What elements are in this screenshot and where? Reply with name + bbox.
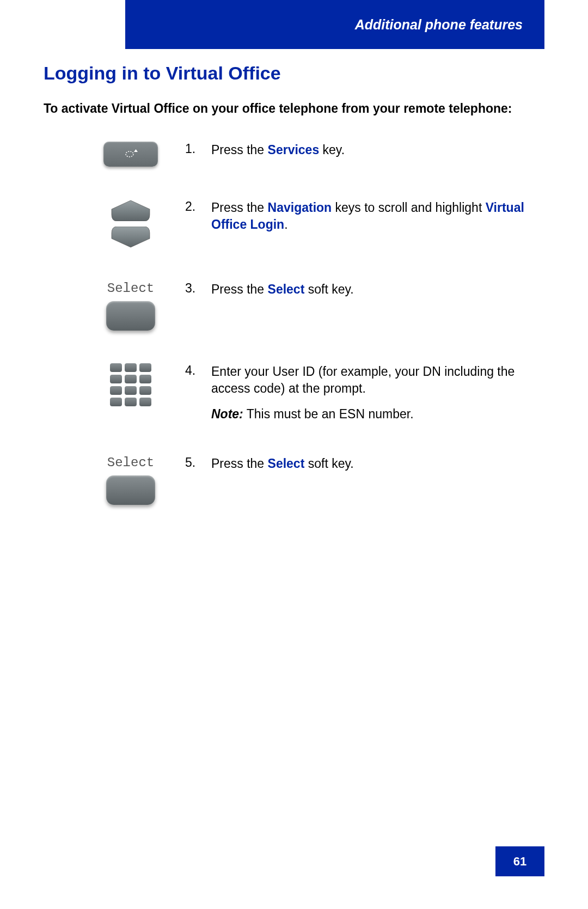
keypad-icon: [110, 363, 151, 406]
plain-text: key.: [319, 143, 345, 157]
step-number: 5.: [185, 455, 211, 470]
keypad-key: [110, 398, 122, 406]
select-softkey-icon: Select: [106, 455, 155, 505]
plain-text: soft key.: [304, 456, 353, 471]
plain-text: .: [284, 217, 287, 231]
step-number: 2.: [185, 199, 211, 214]
page-content: Logging in to Virtual Office To activate…: [44, 63, 544, 505]
step-icon: [44, 142, 185, 167]
step-row: 1. Press the Services key.: [44, 142, 544, 167]
soft-button-icon: [106, 301, 155, 331]
step-icon: Select: [44, 281, 185, 331]
keypad-key: [139, 375, 151, 383]
plain-text: soft key.: [304, 282, 353, 296]
step-icon: [44, 199, 185, 248]
note-label: Note:: [211, 407, 243, 421]
plain-text: keys to scroll and highlight: [332, 200, 486, 215]
soft-button-icon: [106, 475, 155, 505]
step-icon: [44, 363, 185, 406]
note-text: This must be an ESN number.: [243, 407, 414, 421]
select-label: Select: [107, 281, 154, 296]
step-text: Press the Select soft key.: [211, 455, 544, 472]
step-text: Press the Services key.: [211, 142, 544, 158]
keypad-key: [110, 363, 122, 372]
step-number: 4.: [185, 363, 211, 378]
plain-text: Press the: [211, 456, 268, 471]
step-icon: Select: [44, 455, 185, 505]
step-text: Enter your User ID (for example, your DN…: [211, 363, 544, 423]
page-title: Logging in to Virtual Office: [44, 63, 544, 84]
keypad-key: [110, 386, 122, 395]
plain-text: Press the: [211, 200, 268, 215]
step-text: Press the Select soft key.: [211, 281, 544, 298]
step-text: Press the Navigation keys to scroll and …: [211, 199, 544, 233]
step-row: 4. Enter your User ID (for example, your…: [44, 363, 544, 423]
keypad-key: [125, 375, 137, 383]
header-band: Additional phone features: [125, 0, 544, 49]
svg-point-0: [126, 151, 133, 157]
select-label: Select: [107, 455, 154, 470]
services-key-icon: [103, 142, 158, 167]
plain-text: Press the: [211, 282, 268, 296]
step-row: Select 5. Press the Select soft key.: [44, 455, 544, 505]
plain-text: Press the: [211, 143, 268, 157]
page-number: 61: [495, 846, 544, 876]
step-row: 2. Press the Navigation keys to scroll a…: [44, 199, 544, 248]
keyword-text: Navigation: [268, 200, 332, 215]
keypad-key: [125, 398, 137, 406]
keypad-key: [139, 386, 151, 395]
keyword-text: Select: [268, 456, 305, 471]
nav-up-icon: [109, 199, 152, 221]
keypad-key: [110, 375, 122, 383]
keypad-key: [125, 386, 137, 395]
nav-down-icon: [109, 227, 152, 248]
keypad-key: [139, 363, 151, 372]
keyword-text: Services: [268, 143, 320, 157]
step-number: 3.: [185, 281, 211, 296]
select-softkey-icon: Select: [106, 281, 155, 331]
navigation-keys-icon: [109, 199, 152, 248]
intro-text: To activate Virtual Office on your offic…: [44, 100, 544, 117]
keyword-text: Select: [268, 282, 305, 296]
step-note: Note: This must be an ESN number.: [211, 406, 544, 423]
step-row: Select 3. Press the Select soft key.: [44, 281, 544, 331]
chapter-title: Additional phone features: [355, 17, 523, 33]
keypad-key: [139, 398, 151, 406]
step-number: 1.: [185, 142, 211, 156]
plain-text: Enter your User ID (for example, your DN…: [211, 364, 514, 395]
keypad-key: [125, 363, 137, 372]
steps-list: 1. Press the Services key.: [44, 142, 544, 505]
